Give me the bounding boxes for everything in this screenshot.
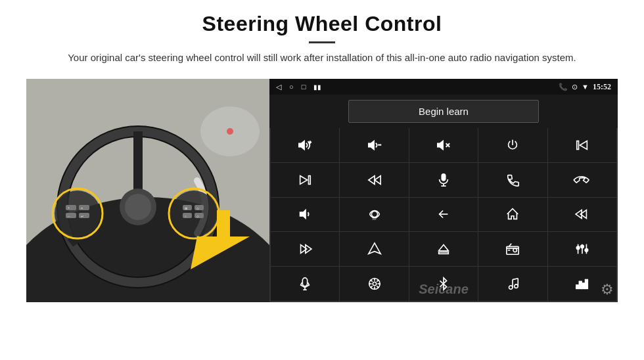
speaker-button[interactable] bbox=[271, 198, 339, 232]
settings-circle-button[interactable] bbox=[340, 267, 408, 301]
home-nav-icon[interactable]: ○ bbox=[289, 83, 294, 91]
next-track-button[interactable] bbox=[271, 163, 339, 197]
svg-marker-42 bbox=[300, 175, 308, 184]
vol-down-button[interactable]: − bbox=[340, 128, 408, 162]
status-bar-left: ◁ ○ □ ▮▮ bbox=[276, 83, 321, 91]
svg-rect-39 bbox=[577, 141, 579, 149]
gear-icon[interactable]: ⚙ bbox=[601, 281, 614, 298]
recents-nav-icon[interactable]: □ bbox=[302, 83, 306, 91]
phone-hangup-button[interactable] bbox=[548, 163, 616, 197]
svg-point-82 bbox=[515, 284, 518, 288]
svg-line-79 bbox=[377, 280, 379, 282]
radio-button[interactable] bbox=[478, 232, 547, 266]
equalizer-button[interactable] bbox=[548, 232, 616, 266]
svg-point-59 bbox=[513, 248, 517, 252]
svg-rect-57 bbox=[439, 252, 449, 254]
svg-text:⊞: ⊞ bbox=[185, 207, 187, 210]
svg-marker-34 bbox=[368, 141, 373, 149]
svg-text:−: − bbox=[378, 142, 380, 148]
back-nav-icon[interactable]: ◁ bbox=[276, 83, 281, 91]
phone-answer-button[interactable] bbox=[478, 163, 547, 197]
svg-line-78 bbox=[377, 286, 379, 288]
mic2-button[interactable] bbox=[271, 267, 339, 301]
svg-marker-36 bbox=[438, 141, 443, 149]
status-time: 15:52 bbox=[593, 82, 611, 92]
svg-point-8 bbox=[125, 194, 151, 220]
svg-point-64 bbox=[576, 246, 580, 250]
music-button[interactable] bbox=[478, 267, 547, 301]
svg-point-66 bbox=[581, 245, 584, 248]
fast-backward-button[interactable] bbox=[340, 163, 408, 197]
begin-learn-row: Begin learn bbox=[269, 95, 618, 128]
svg-rect-90 bbox=[576, 285, 579, 289]
page-title: Steering Wheel Control bbox=[68, 12, 576, 36]
steering-wheel-image: + ≈ − ↩ ⊞ ◇ ○ ◇ bbox=[26, 79, 269, 302]
fast-forward-button[interactable] bbox=[271, 232, 339, 266]
cam360-button[interactable]: 360° bbox=[340, 198, 408, 232]
svg-point-10 bbox=[55, 191, 101, 236]
title-divider bbox=[309, 41, 335, 43]
svg-point-68 bbox=[585, 249, 588, 252]
mic-button[interactable] bbox=[409, 163, 478, 197]
svg-marker-40 bbox=[580, 141, 587, 149]
prev-track-button[interactable] bbox=[548, 128, 616, 162]
svg-rect-91 bbox=[579, 281, 582, 288]
svg-text:360°: 360° bbox=[372, 219, 377, 221]
wifi-icon: ▼ bbox=[582, 83, 589, 91]
svg-rect-41 bbox=[309, 175, 311, 184]
svg-point-20 bbox=[171, 191, 217, 236]
skip-back-button[interactable] bbox=[548, 198, 616, 232]
icon-grid: + − bbox=[269, 128, 618, 302]
svg-line-85 bbox=[513, 279, 518, 280]
svg-point-49 bbox=[371, 212, 377, 217]
back-button[interactable] bbox=[409, 198, 478, 232]
vol-up-button[interactable]: + bbox=[271, 128, 339, 162]
svg-marker-32 bbox=[299, 141, 304, 149]
svg-marker-48 bbox=[300, 209, 306, 220]
svg-line-77 bbox=[371, 280, 373, 282]
svg-marker-55 bbox=[368, 243, 380, 254]
status-bar-right: 📞 ⊙ ▼ 15:52 bbox=[559, 82, 611, 92]
location-icon: ⊙ bbox=[572, 83, 578, 91]
eject-button[interactable] bbox=[409, 232, 478, 266]
svg-marker-56 bbox=[439, 245, 449, 251]
svg-marker-44 bbox=[375, 175, 380, 184]
android-panel: ◁ ○ □ ▮▮ 📞 ⊙ ▼ 15:52 Begin learn bbox=[269, 79, 618, 302]
phone-status-icon: 📞 bbox=[559, 83, 568, 91]
svg-rect-92 bbox=[582, 283, 585, 288]
power-button[interactable] bbox=[478, 128, 547, 162]
status-bar: ◁ ○ □ ▮▮ 📞 ⊙ ▼ 15:52 bbox=[269, 79, 618, 95]
content-area: + ≈ − ↩ ⊞ ◇ ○ ◇ bbox=[26, 79, 618, 302]
svg-text:◇: ◇ bbox=[196, 207, 199, 210]
svg-line-80 bbox=[371, 286, 373, 288]
seicane-watermark: Seicane bbox=[419, 282, 469, 297]
svg-rect-45 bbox=[442, 174, 446, 181]
home-button[interactable] bbox=[478, 198, 547, 232]
battery-icon: ▮▮ bbox=[313, 83, 321, 91]
svg-point-81 bbox=[509, 286, 513, 290]
subtitle-text: Your original car's steering wheel contr… bbox=[68, 50, 576, 66]
svg-text:◇: ◇ bbox=[196, 215, 199, 218]
svg-point-31 bbox=[227, 128, 233, 135]
vol-mute-button[interactable] bbox=[409, 128, 478, 162]
svg-rect-93 bbox=[585, 280, 587, 289]
begin-learn-button[interactable]: Begin learn bbox=[348, 100, 539, 123]
svg-text:○: ○ bbox=[185, 215, 187, 218]
svg-text:+: + bbox=[309, 140, 311, 145]
svg-point-72 bbox=[373, 282, 377, 286]
navigate-button[interactable] bbox=[340, 232, 408, 266]
svg-text:↩: ↩ bbox=[81, 215, 83, 218]
